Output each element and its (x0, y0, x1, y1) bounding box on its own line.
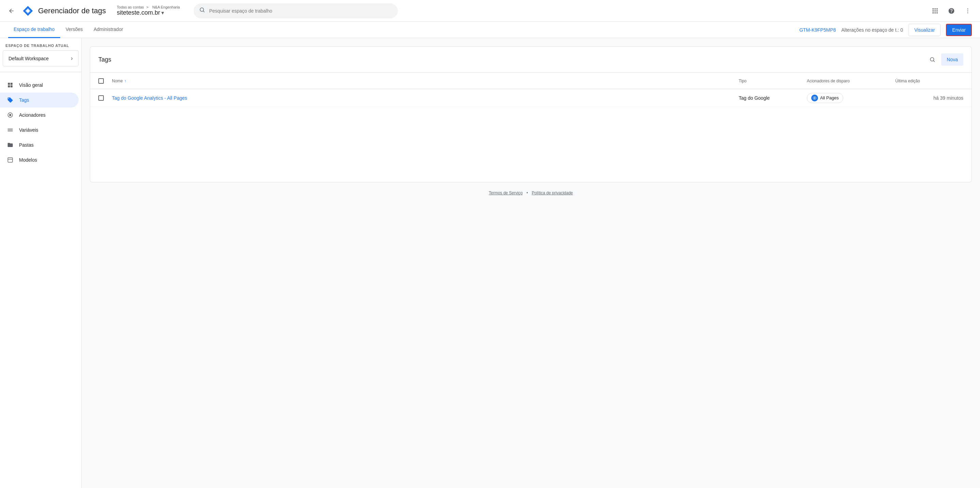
select-all-checkbox[interactable] (98, 78, 104, 84)
navbar-right: GTM-K9FP5MP8 Alterações no espaço de t.:… (799, 24, 972, 36)
sidebar: ESPAÇO DE TRABALHO ATUAL Default Workspa… (0, 38, 82, 488)
search-input[interactable] (209, 8, 392, 14)
card-title: Tags (98, 56, 111, 63)
chevron-down-icon: ▾ (161, 10, 164, 16)
topbar-actions (928, 4, 975, 18)
sidebar-item-folders[interactable]: Pastas (0, 137, 79, 153)
tag-icon (7, 97, 14, 103)
sidebar-item-tags[interactable]: Tags (0, 92, 79, 108)
tab-admin[interactable]: Administrador (88, 22, 128, 38)
svg-point-14 (967, 10, 969, 11)
table-header: Nome ↑ Tipo Acionadores de disparo Últim… (90, 73, 972, 89)
footer: Termos de Serviço • Política de privacid… (90, 183, 972, 203)
svg-rect-23 (8, 131, 13, 131)
table-search-button[interactable] (926, 53, 939, 66)
svg-rect-8 (934, 10, 935, 11)
tab-workspace[interactable]: Espaço de trabalho (8, 22, 60, 38)
breadcrumb-account: N&A Engenharia (152, 5, 180, 9)
svg-rect-4 (933, 8, 934, 9)
row-acionadores-cell: All Pages (807, 93, 895, 103)
svg-rect-7 (933, 10, 934, 11)
sidebar-item-overview-label: Visão geral (19, 83, 43, 88)
main-content: Tags Nova Nome ↑ Tipo (82, 38, 980, 488)
svg-rect-22 (8, 129, 13, 129)
svg-rect-17 (11, 83, 13, 85)
help-button[interactable] (945, 4, 958, 18)
search-bar[interactable] (194, 3, 398, 18)
workspace-chevron-icon: › (71, 55, 73, 62)
svg-rect-16 (8, 83, 10, 85)
svg-point-15 (967, 12, 969, 13)
row-ultima-cell: há 39 minutos (895, 95, 963, 101)
sidebar-item-templates[interactable]: Modelos (0, 153, 79, 167)
sidebar-item-folders-label: Pastas (19, 142, 34, 148)
app-title: Gerenciador de tags (38, 6, 106, 15)
tab-versions[interactable]: Versões (60, 22, 89, 38)
more-options-button[interactable] (961, 4, 975, 18)
svg-rect-19 (11, 86, 13, 87)
submit-button[interactable]: Enviar (946, 24, 972, 36)
breadcrumb: Todas as contas > N&A Engenharia sitetes… (117, 5, 181, 16)
changes-count: Alterações no espaço de t.: 0 (842, 27, 903, 33)
svg-rect-10 (933, 12, 934, 13)
overview-icon (7, 82, 14, 89)
row-name-cell: Tag do Google Analytics - All Pages (112, 95, 739, 101)
svg-rect-5 (934, 8, 935, 9)
svg-rect-12 (937, 12, 937, 13)
workspace-section-label: ESPAÇO DE TRABALHO ATUAL (0, 44, 81, 50)
trigger-label: All Pages (820, 95, 839, 100)
variable-icon (7, 127, 14, 134)
sidebar-item-templates-label: Modelos (19, 157, 37, 163)
sidebar-item-variables[interactable]: Variáveis (0, 122, 79, 137)
privacy-link[interactable]: Política de privacidade (532, 191, 573, 196)
trigger-badge-icon (811, 95, 818, 102)
breadcrumb-all-accounts[interactable]: Todas as contas (117, 5, 144, 9)
new-tag-button[interactable]: Nova (941, 53, 963, 66)
gtm-id[interactable]: GTM-K9FP5MP8 (799, 27, 836, 33)
layout: ESPAÇO DE TRABALHO ATUAL Default Workspa… (0, 38, 980, 488)
last-edited: há 39 minutos (933, 95, 963, 101)
sidebar-item-variables-label: Variáveis (19, 127, 38, 133)
sidebar-item-overview[interactable]: Visão geral (0, 78, 79, 92)
apps-button[interactable] (928, 4, 942, 18)
table-row[interactable]: Tag do Google Analytics - All Pages Tag … (90, 89, 972, 107)
workspace-selector[interactable]: Default Workspace › (3, 50, 79, 66)
navbar: Espaço de trabalho Versões Administrador… (0, 22, 980, 38)
workspace-name: Default Workspace (8, 56, 49, 61)
sidebar-item-triggers[interactable]: Acionadores (0, 108, 79, 122)
row-checkbox-cell (98, 95, 112, 101)
svg-point-21 (9, 114, 11, 116)
gtm-logo (22, 5, 34, 17)
topbar: Gerenciador de tags Todas as contas > N&… (0, 0, 980, 22)
sort-icon: ↑ (124, 79, 126, 83)
breadcrumb-top: Todas as contas > N&A Engenharia (117, 5, 181, 9)
sidebar-divider (0, 72, 81, 72)
card-header: Tags Nova (90, 47, 972, 73)
back-button[interactable] (5, 5, 18, 17)
folder-icon (7, 141, 14, 148)
svg-rect-6 (937, 8, 937, 9)
search-icon (199, 7, 205, 14)
col-name-header: Nome ↑ (112, 79, 739, 83)
card-header-actions: Nova (926, 53, 963, 66)
svg-rect-24 (8, 157, 13, 162)
svg-point-25 (930, 57, 934, 61)
col-acionadores-header: Acionadores de disparo (807, 79, 895, 83)
svg-point-13 (967, 8, 969, 9)
row-checkbox[interactable] (98, 95, 104, 101)
col-ultima-header: Última edição (895, 79, 963, 83)
svg-point-27 (814, 97, 815, 99)
footer-separator: • (527, 191, 528, 196)
tag-tipo: Tag do Google (739, 95, 770, 101)
svg-point-3 (200, 8, 204, 11)
sidebar-item-triggers-label: Acionadores (19, 112, 46, 118)
svg-rect-9 (937, 10, 937, 11)
preview-button[interactable]: Visualizar (908, 24, 940, 36)
trigger-badge[interactable]: All Pages (807, 93, 843, 103)
breadcrumb-site[interactable]: siteteste.com.br ▾ (117, 9, 181, 16)
tag-name-link[interactable]: Tag do Google Analytics - All Pages (112, 95, 187, 101)
sidebar-item-tags-label: Tags (19, 97, 29, 103)
col-check-header (98, 78, 112, 84)
template-icon (7, 157, 14, 163)
terms-link[interactable]: Termos de Serviço (488, 191, 522, 196)
